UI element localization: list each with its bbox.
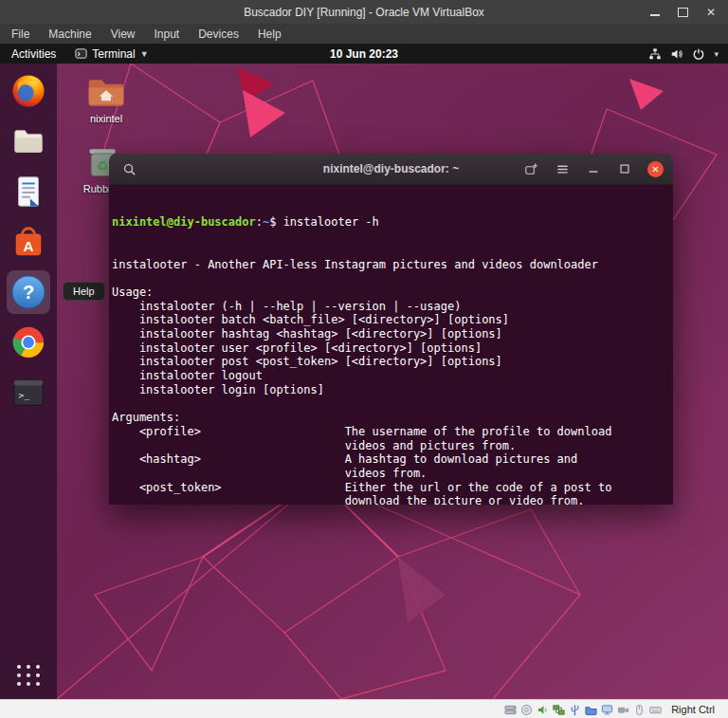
recording-icon — [617, 704, 629, 716]
close-icon[interactable]: ✕ — [705, 7, 717, 18]
gnome-top-panel: Activities Terminal ▼ 10 Jun 20:23 ▾ — [0, 44, 728, 64]
vbox-status-network-button[interactable] — [553, 704, 565, 716]
svg-text:>_: >_ — [19, 390, 30, 400]
close-icon: ✕ — [651, 164, 659, 175]
terminal-maximize-button[interactable] — [616, 160, 633, 177]
terminal-titlebar[interactable]: nixintel@diy-buscador: ~ ✕ — [109, 154, 673, 185]
keyboard-icon — [649, 704, 662, 716]
desktop-area[interactable]: A?>_ Help nixintel ♻ Rubbish — [0, 64, 728, 699]
files-icon — [10, 123, 46, 159]
network-tree-icon — [648, 47, 662, 61]
chrome-icon — [10, 324, 46, 360]
minimize-icon — [587, 162, 600, 175]
vbox-window-controls: ✕ — [650, 0, 728, 24]
svg-text:?: ? — [23, 282, 34, 303]
system-tray[interactable]: ▾ — [648, 44, 728, 64]
vbox-status-icons — [504, 704, 662, 716]
terminal-window: nixintel@diy-buscador: ~ ✕ — [109, 154, 673, 505]
terminal-output: instalooter - Another API-less Instagram… — [112, 258, 673, 505]
vbox-menu-input[interactable]: Input — [155, 28, 180, 41]
dock-item-help[interactable]: ? — [7, 270, 50, 314]
vbox-statusbar: Right Ctrl — [0, 699, 728, 718]
vbox-menu-view[interactable]: View — [111, 28, 136, 41]
vbox-status-display-button[interactable] — [601, 704, 613, 716]
dock-item-ubuntu-software[interactable]: A — [7, 220, 50, 264]
desktop-icon-home-folder[interactable]: nixintel — [76, 75, 136, 124]
usb-icon — [569, 704, 581, 716]
new-tab-icon — [524, 162, 538, 176]
shared-folder-icon — [585, 704, 597, 716]
host-key-label: Right Ctrl — [671, 704, 715, 715]
terminal-close-button[interactable]: ✕ — [647, 161, 664, 177]
focused-app-label: Terminal — [92, 47, 135, 61]
dock-item-firefox[interactable] — [7, 69, 50, 113]
vbox-status-usb-button[interactable] — [569, 704, 581, 716]
panel-clock[interactable]: 10 Jun 20:23 — [330, 47, 398, 61]
terminal-icon: >_ — [10, 375, 46, 411]
activities-button[interactable]: Activities — [0, 44, 67, 64]
firefox-icon — [10, 73, 46, 109]
display-icon — [601, 704, 613, 716]
new-tab-button[interactable] — [522, 160, 539, 177]
vbox-menubar: FileMachineViewInputDevicesHelp — [0, 24, 728, 44]
terminal-mini-icon — [75, 47, 87, 60]
svg-text:♻: ♻ — [96, 158, 108, 174]
optical-drive-icon — [520, 704, 533, 716]
dock-tooltip: Help — [63, 282, 105, 301]
virtualbox-window: Buscador DIY [Running] - Oracle VM Virtu… — [0, 0, 728, 718]
hamburger-menu-icon — [555, 162, 570, 176]
chevron-down-icon: ▾ — [714, 49, 719, 59]
terminal-body[interactable]: nixintel@diy-buscador:~$ instalooter -h … — [109, 185, 673, 505]
svg-text:A: A — [24, 238, 34, 254]
maximize-icon[interactable] — [678, 8, 688, 17]
terminal-title: nixintel@diy-buscador: ~ — [323, 162, 459, 175]
vbox-status-keyboard-button[interactable] — [649, 704, 662, 716]
dock-item-chrome[interactable] — [7, 321, 50, 364]
audio-icon — [537, 704, 549, 716]
vbox-menu-file[interactable]: File — [11, 28, 29, 41]
chevron-down-icon: ▼ — [140, 49, 149, 59]
dock-item-files[interactable] — [7, 120, 50, 163]
power-icon — [692, 47, 705, 61]
libreoffice-writer-icon — [10, 174, 46, 210]
desktop-icon-label: nixintel — [90, 113, 122, 124]
vbox-status-hard-disk-button[interactable] — [504, 704, 517, 716]
dock: A?>_ — [0, 64, 57, 699]
show-applications-button[interactable] — [17, 665, 41, 686]
vbox-status-mouse-button[interactable] — [633, 704, 646, 716]
vbox-status-optical-drive-button[interactable] — [520, 704, 533, 716]
maximize-icon — [618, 162, 631, 175]
vbox-status-audio-button[interactable] — [537, 704, 549, 716]
focused-app-menu[interactable]: Terminal ▼ — [67, 44, 155, 64]
search-icon — [122, 162, 136, 176]
mouse-icon — [633, 704, 646, 716]
vbox-titlebar: Buscador DIY [Running] - Oracle VM Virtu… — [0, 0, 728, 24]
hard-disk-icon — [504, 704, 517, 716]
network-icon — [553, 704, 565, 716]
vbox-window-title: Buscador DIY [Running] - Oracle VM Virtu… — [244, 6, 484, 19]
help-icon: ? — [9, 273, 47, 311]
ubuntu-software-icon: A — [10, 224, 46, 260]
dock-items: A?>_ — [7, 69, 50, 414]
vbox-status-shared-folder-button[interactable] — [585, 704, 597, 716]
volume-icon — [670, 47, 683, 61]
vbox-menu-devices[interactable]: Devices — [198, 28, 239, 41]
dock-item-libreoffice-writer[interactable] — [7, 170, 50, 213]
dock-item-terminal[interactable]: >_ — [7, 371, 50, 414]
menu-button[interactable] — [554, 160, 571, 177]
vbox-menu-help[interactable]: Help — [258, 28, 282, 41]
home-folder-icon — [85, 75, 127, 111]
search-button[interactable] — [120, 160, 137, 177]
terminal-prompt-line: nixintel@diy-buscador:~$ instalooter -h — [112, 215, 673, 230]
minimize-icon[interactable] — [650, 8, 660, 16]
vbox-status-recording-button[interactable] — [617, 704, 629, 716]
vbox-menu-machine[interactable]: Machine — [48, 28, 91, 41]
terminal-minimize-button[interactable] — [585, 160, 602, 177]
